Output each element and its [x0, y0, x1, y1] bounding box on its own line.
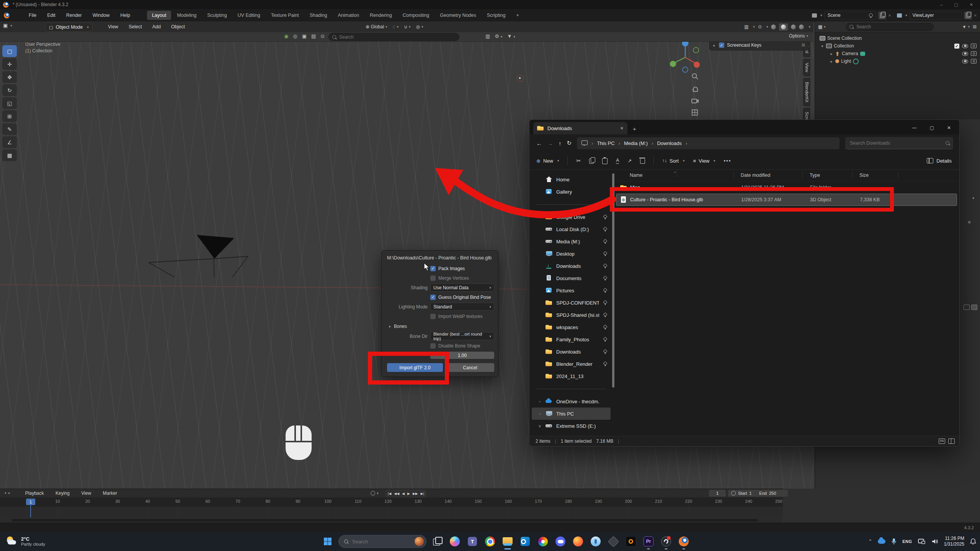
- playhead-line[interactable]: [30, 504, 31, 517]
- expand-icon[interactable]: ▸: [830, 52, 833, 56]
- viewport-tool-button[interactable]: ✎: [2, 123, 17, 135]
- editor-type-icon[interactable]: ◔: [4, 491, 7, 496]
- column-name[interactable]: Name: [630, 172, 734, 179]
- outliner-row-camera[interactable]: ▸ Camera: [815, 50, 980, 57]
- viewport-tool-button[interactable]: ▦: [2, 149, 17, 161]
- maximize-button[interactable]: ▢: [930, 125, 934, 130]
- clock[interactable]: 11:26 PM 1/31/2025: [944, 536, 964, 547]
- render-camera-icon[interactable]: [971, 51, 977, 56]
- close-button[interactable]: ✕: [970, 2, 973, 7]
- mode-selector[interactable]: ▢ Object Mode ▾: [45, 23, 93, 32]
- panel-icon[interactable]: [964, 305, 970, 310]
- taskbar-app[interactable]: [447, 534, 462, 549]
- workspace-tab[interactable]: UV Editing: [233, 11, 265, 20]
- workspace-tab[interactable]: Layout: [147, 11, 172, 20]
- lighting-mode-dropdown[interactable]: Standard▾: [430, 303, 494, 311]
- start-button[interactable]: [320, 534, 335, 549]
- tool-icon[interactable]: ⊙: [320, 33, 325, 39]
- expand-icon[interactable]: ▸: [830, 59, 833, 64]
- new-collection-icon[interactable]: ⊞: [973, 24, 977, 29]
- menu-item[interactable]: Help: [120, 13, 130, 18]
- cancel-button[interactable]: Cancel: [446, 363, 494, 372]
- sidebar-tab[interactable]: BlenderKit: [803, 78, 810, 106]
- sidebar-item[interactable]: Downloads: [532, 346, 611, 358]
- guess-bind-pose-checkbox[interactable]: ✓: [430, 295, 436, 300]
- more-options-icon[interactable]: •••: [724, 158, 732, 164]
- menu-item[interactable]: Edit: [47, 13, 56, 18]
- workspace-tab[interactable]: Shading: [305, 11, 332, 20]
- filter-icon[interactable]: ▼: [962, 24, 967, 29]
- viewport-menu-item[interactable]: Select: [129, 24, 142, 29]
- render-camera-icon[interactable]: [971, 59, 977, 64]
- editor-type-button[interactable]: ▣▾: [3, 23, 12, 28]
- details-view-icon[interactable]: [939, 439, 945, 444]
- gizmos-toggle[interactable]: ⊙: [758, 24, 762, 29]
- active-tool-icon[interactable]: ◉: [284, 33, 288, 39]
- webp-checkbox[interactable]: [430, 314, 436, 319]
- workspace-tab[interactable]: Rendering: [365, 11, 397, 20]
- chevron-down-icon[interactable]: ▾: [972, 196, 974, 200]
- workspace-tab[interactable]: Compositing: [398, 11, 434, 20]
- scene-copy-button[interactable]: [878, 11, 886, 20]
- zoom-icon[interactable]: [691, 73, 699, 80]
- breadcrumb-this-pc[interactable]: This PC: [597, 140, 614, 146]
- explorer-search-input[interactable]: [849, 140, 946, 146]
- viewport-tool-button[interactable]: ✛: [2, 58, 17, 70]
- viewport-tool-button[interactable]: ▢: [2, 45, 17, 57]
- microphone-icon[interactable]: [891, 538, 897, 545]
- frame-range[interactable]: Start 1 End 250: [728, 490, 788, 497]
- menu-icon[interactable]: ≡: [802, 42, 805, 49]
- back-button[interactable]: ←: [536, 140, 542, 147]
- breadcrumb[interactable]: › This PC › Media (M:) › Downloads ›: [577, 137, 840, 149]
- taskbar-app[interactable]: [518, 534, 533, 549]
- file-row[interactable]: Misc 1/31/2025 11:26 PM File folder: [616, 181, 957, 194]
- playback-button[interactable]: ▶|: [421, 492, 424, 496]
- close-icon[interactable]: ✕: [967, 220, 971, 225]
- orthographic-icon[interactable]: [691, 109, 699, 117]
- share-button[interactable]: ↗: [627, 158, 632, 164]
- workspace-tab[interactable]: +: [511, 11, 524, 20]
- viewlayer-icon[interactable]: [897, 13, 902, 18]
- shading-rendered-icon[interactable]: [799, 24, 804, 29]
- sidebar-item[interactable]: Downloads: [532, 260, 611, 272]
- sidebar-item[interactable]: [532, 198, 611, 211]
- taskbar-app[interactable]: [658, 534, 674, 549]
- panel-icon[interactable]: [971, 305, 977, 310]
- taskbar-app[interactable]: [623, 534, 639, 549]
- scene-unlink-icon[interactable]: ✕: [888, 13, 891, 18]
- options-menu[interactable]: Options▾: [789, 33, 808, 39]
- viewport-tool-button[interactable]: ∠: [2, 136, 17, 148]
- expand-icon[interactable]: ▸: [712, 43, 716, 47]
- sidebar-item[interactable]: Google Drive: [532, 211, 611, 223]
- playback-button[interactable]: ◀: [402, 492, 405, 496]
- forward-button[interactable]: →: [547, 140, 553, 147]
- viewport-tool-button[interactable]: ↻: [2, 84, 17, 96]
- scene-selector[interactable]: Scene: [824, 11, 876, 20]
- up-button[interactable]: ↑: [559, 140, 562, 147]
- overlays-toggle[interactable]: ▥: [744, 24, 748, 29]
- maximize-button[interactable]: ▢: [954, 2, 958, 7]
- sidebar-item[interactable]: ∨ Extreme SSD (E:): [532, 420, 611, 432]
- auto-key-icon[interactable]: ◯▾: [371, 491, 379, 496]
- workspace-tab[interactable]: Geometry Nodes: [435, 11, 481, 20]
- import-gltf-button[interactable]: Import glTF 2.0: [387, 363, 443, 372]
- editor-type-icon[interactable]: ▦: [818, 24, 822, 29]
- notifications-bell-icon[interactable]: [970, 538, 976, 545]
- menu-item[interactable]: Render: [66, 13, 82, 18]
- tool-icon[interactable]: ▣: [302, 33, 307, 39]
- outliner-search[interactable]: [846, 23, 934, 31]
- rename-button[interactable]: A: [616, 158, 619, 164]
- view-button[interactable]: ≡View▾: [693, 158, 715, 164]
- timeline-menu-item[interactable]: Marker▾: [103, 491, 121, 496]
- chevron-icon[interactable]: ›: [538, 399, 542, 404]
- playback-button[interactable]: ▶▶: [413, 492, 418, 496]
- viewlayer-remove-icon[interactable]: ✕: [974, 13, 977, 18]
- language-indicator[interactable]: ENG: [902, 539, 912, 544]
- camera-view-icon[interactable]: [691, 98, 699, 104]
- sidebar-tab[interactable]: View: [803, 59, 810, 76]
- viewport-menu-item[interactable]: View: [108, 24, 118, 29]
- merge-vertices-checkbox[interactable]: [430, 276, 436, 281]
- settings-icon[interactable]: ⚙▾: [495, 33, 502, 39]
- sort-button[interactable]: ↑↓Sort▾: [662, 158, 684, 164]
- workspace-tab[interactable]: Sculpting: [202, 11, 232, 20]
